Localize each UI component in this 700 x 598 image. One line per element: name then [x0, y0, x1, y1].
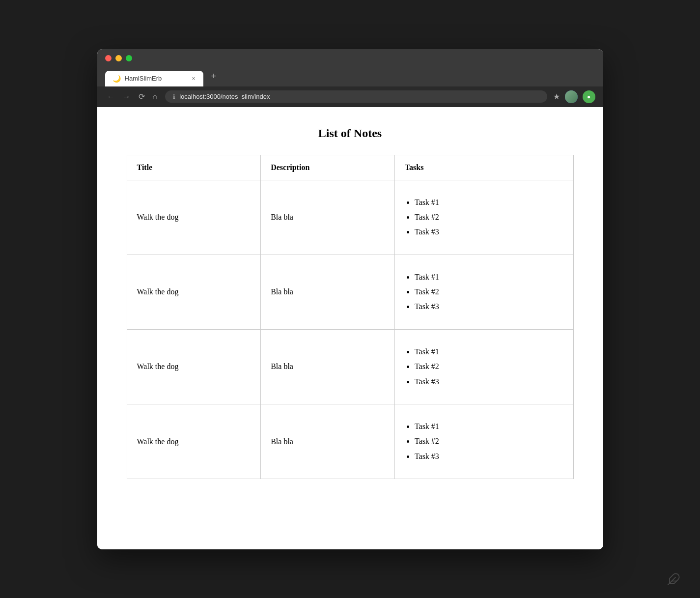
address-input[interactable]: ℹ localhost:3000/notes_slim/index	[165, 90, 547, 103]
cell-title: Walk the dog	[127, 180, 261, 255]
task-list: Task #1Task #2Task #3	[405, 419, 563, 464]
column-header-title: Title	[127, 155, 261, 180]
list-item: Task #1	[415, 419, 563, 434]
user-avatar[interactable]	[565, 90, 578, 103]
table-row: Walk the dogBla blaTask #1Task #2Task #3	[127, 329, 573, 404]
browser-actions: ★ ●	[553, 90, 595, 103]
list-item: Task #1	[415, 195, 563, 210]
cell-description: Bla bla	[261, 255, 395, 329]
table-row: Walk the dogBla blaTask #1Task #2Task #3	[127, 404, 573, 479]
close-button[interactable]	[105, 55, 112, 61]
column-header-tasks: Tasks	[394, 155, 573, 180]
table-row: Walk the dogBla blaTask #1Task #2Task #3	[127, 255, 573, 329]
browser-window: 🌙 HamlSlimErb × + ← → ⟳ ⌂ ℹ localhost:30…	[97, 49, 603, 549]
list-item: Task #3	[415, 374, 563, 389]
page-content: List of Notes Title Description Tasks Wa…	[97, 107, 603, 549]
tab-label: HamlSlimErb	[125, 75, 162, 82]
tab-close-button[interactable]: ×	[192, 75, 195, 82]
home-button[interactable]: ⌂	[151, 91, 160, 102]
task-list: Task #1Task #2Task #3	[405, 270, 563, 314]
cell-tasks: Task #1Task #2Task #3	[394, 329, 573, 404]
list-item: Task #2	[415, 359, 563, 374]
traffic-lights	[105, 55, 132, 61]
extension-icon[interactable]: ●	[583, 90, 595, 103]
table-header-row: Title Description Tasks	[127, 155, 573, 180]
bookmark-button[interactable]: ★	[553, 92, 560, 101]
lock-icon: ℹ	[173, 93, 175, 100]
list-item: Task #3	[415, 225, 563, 239]
browser-chrome: 🌙 HamlSlimErb × + ← → ⟳ ⌂ ℹ localhost:30…	[97, 49, 603, 107]
maximize-button[interactable]	[126, 55, 132, 61]
minimize-button[interactable]	[115, 55, 122, 61]
feather-icon	[667, 572, 680, 588]
new-tab-button[interactable]: +	[205, 67, 223, 85]
cell-title: Walk the dog	[127, 404, 261, 479]
url-display: localhost:3000/notes_slim/index	[179, 93, 270, 100]
table-row: Walk the dogBla blaTask #1Task #2Task #3	[127, 180, 573, 255]
nav-buttons: ← → ⟳ ⌂	[105, 91, 160, 102]
cell-description: Bla bla	[261, 180, 395, 255]
back-button[interactable]: ←	[105, 91, 117, 102]
active-tab[interactable]: 🌙 HamlSlimErb ×	[105, 71, 203, 86]
notes-table: Title Description Tasks Walk the dogBla …	[127, 155, 574, 480]
list-item: Task #2	[415, 210, 563, 225]
list-item: Task #1	[415, 344, 563, 359]
column-header-description: Description	[261, 155, 395, 180]
reload-button[interactable]: ⟳	[137, 91, 147, 102]
cell-title: Walk the dog	[127, 255, 261, 329]
cell-description: Bla bla	[261, 329, 395, 404]
address-bar: ← → ⟳ ⌂ ℹ localhost:3000/notes_slim/inde…	[97, 86, 603, 107]
forward-button[interactable]: →	[121, 91, 133, 102]
list-item: Task #2	[415, 434, 563, 449]
tab-icon: 🌙	[113, 75, 121, 83]
list-item: Task #2	[415, 285, 563, 299]
cell-title: Walk the dog	[127, 329, 261, 404]
task-list: Task #1Task #2Task #3	[405, 344, 563, 389]
tab-bar: 🌙 HamlSlimErb × +	[97, 67, 603, 86]
title-bar	[97, 49, 603, 67]
task-list: Task #1Task #2Task #3	[405, 195, 563, 240]
cell-tasks: Task #1Task #2Task #3	[394, 255, 573, 329]
page-title: List of Notes	[127, 127, 574, 140]
extension-indicator: ●	[587, 93, 590, 100]
list-item: Task #3	[415, 449, 563, 464]
cell-tasks: Task #1Task #2Task #3	[394, 180, 573, 255]
cell-tasks: Task #1Task #2Task #3	[394, 404, 573, 479]
list-item: Task #3	[415, 299, 563, 314]
cell-description: Bla bla	[261, 404, 395, 479]
list-item: Task #1	[415, 270, 563, 285]
